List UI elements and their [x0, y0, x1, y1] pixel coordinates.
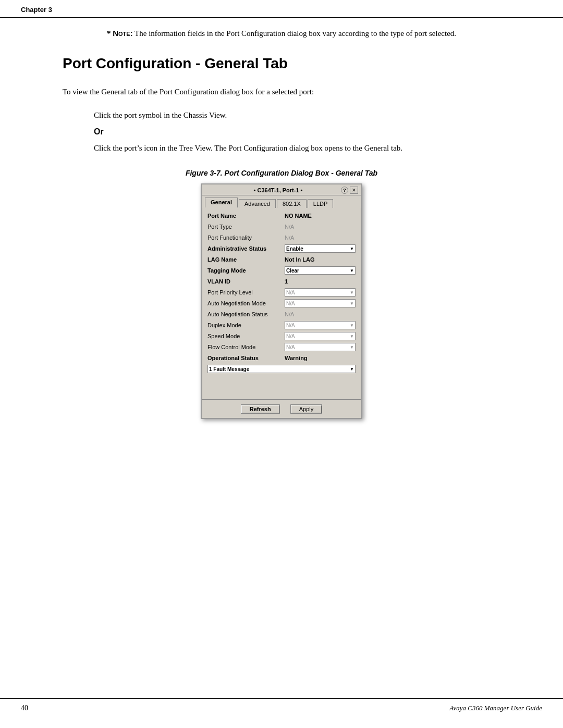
speed-mode-select-wrapper: N/A ▼	[285, 332, 356, 340]
or-label: Or	[94, 127, 500, 137]
field-row-tagging-mode: Tagging Mode Clear ▼	[207, 266, 356, 275]
label-operational-status: Operational Status	[207, 355, 285, 361]
field-row-port-type: Port Type N/A	[207, 222, 356, 231]
auto-neg-mode-value: N/A	[286, 301, 295, 306]
content-spacer	[207, 375, 356, 396]
flow-control-arrow: ▼	[350, 345, 354, 350]
label-auto-neg-status: Auto Negotiation Status	[207, 311, 285, 317]
content-area: Port Configuration - General Tab To view…	[0, 45, 563, 471]
dialog-box: • C364T-1, Port-1 • ? ✕ General Advanced…	[201, 183, 362, 419]
note-section: * Note: The information fields in the Po…	[0, 18, 563, 45]
field-row-flow-control: Flow Control Mode N/A ▼	[207, 342, 356, 352]
step1-text: Click the port symbol in the Chassis Vie…	[94, 109, 500, 122]
port-priority-arrow: ▼	[350, 290, 354, 295]
auto-neg-mode-select[interactable]: N/A ▼	[285, 299, 356, 307]
dialog-wrapper: • C364T-1, Port-1 • ? ✕ General Advanced…	[63, 183, 500, 419]
duplex-mode-select-wrapper: N/A ▼	[285, 321, 356, 329]
page-footer: 40 Avaya C360 Manager User Guide	[0, 698, 563, 712]
label-port-name: Port Name	[207, 213, 285, 219]
tab-8021x[interactable]: 802.1X	[277, 199, 307, 208]
admin-status-select-wrapper: Enable ▼	[285, 244, 356, 253]
field-row-port-priority: Port Priority Level N/A ▼	[207, 288, 356, 297]
label-port-functionality: Port Functionality	[207, 235, 285, 241]
intro-paragraph: To view the General tab of the Port Conf…	[63, 85, 500, 98]
speed-mode-arrow: ▼	[350, 334, 354, 339]
field-row-operational-status: Operational Status Warning	[207, 353, 356, 363]
value-auto-neg-status: N/A	[285, 311, 356, 317]
fault-message-arrow: ▼	[350, 367, 354, 372]
label-flow-control: Flow Control Mode	[207, 344, 285, 350]
label-speed-mode: Speed Mode	[207, 333, 285, 339]
field-row-auto-neg-mode: Auto Negotiation Mode N/A ▼	[207, 299, 356, 308]
field-row-vlan-id: VLAN ID 1	[207, 277, 356, 286]
port-priority-select[interactable]: N/A ▼	[285, 288, 356, 297]
tab-advanced[interactable]: Advanced	[239, 199, 276, 208]
field-row-port-functionality: Port Functionality N/A	[207, 233, 356, 242]
note-text: The information fields in the Port Confi…	[133, 29, 456, 38]
dialog-buttons: Refresh Apply	[202, 400, 361, 418]
duplex-mode-value: N/A	[286, 323, 295, 328]
label-vlan-id: VLAN ID	[207, 278, 285, 285]
tagging-mode-arrow: ▼	[350, 268, 354, 273]
admin-status-value: Enable	[286, 246, 303, 252]
auto-neg-mode-select-wrapper: N/A ▼	[285, 299, 356, 307]
note-star: *	[107, 29, 113, 38]
dialog-tabs: General Advanced 802.1X LLDP	[202, 195, 361, 208]
speed-mode-value: N/A	[286, 334, 295, 339]
value-port-name: NO NAME	[285, 213, 356, 219]
tagging-mode-value: Clear	[286, 268, 299, 274]
tab-general[interactable]: General	[205, 198, 238, 208]
page-number: 40	[21, 704, 28, 712]
field-row-lag-name: LAG Name Not In LAG	[207, 255, 356, 264]
speed-mode-select[interactable]: N/A ▼	[285, 332, 356, 340]
dialog-title-bar: • C364T-1, Port-1 • ? ✕	[202, 184, 361, 195]
field-row-auto-neg-status: Auto Negotiation Status N/A	[207, 310, 356, 319]
help-icon[interactable]: ?	[341, 187, 348, 194]
dialog-content: Port Name NO NAME Port Type N/A Port Fun…	[202, 208, 361, 400]
field-row-admin-status: Administrative Status Enable ▼	[207, 244, 356, 253]
page-title: Port Configuration - General Tab	[63, 55, 500, 72]
label-lag-name: LAG Name	[207, 256, 285, 263]
value-port-type: N/A	[285, 224, 356, 230]
fault-message-label: 1 Fault Message	[209, 366, 249, 372]
fault-message-select-wrapper: 1 Fault Message ▼	[207, 365, 356, 373]
port-priority-select-wrapper: N/A ▼	[285, 288, 356, 297]
page-container: Chapter 3 * Note: The information fields…	[0, 0, 563, 728]
port-priority-value: N/A	[286, 290, 295, 295]
value-operational-status: Warning	[285, 355, 356, 361]
apply-button[interactable]: Apply	[290, 404, 323, 414]
field-row-duplex-mode: Duplex Mode N/A ▼	[207, 320, 356, 330]
field-row-fault-message: 1 Fault Message ▼	[207, 364, 356, 374]
label-port-type: Port Type	[207, 224, 285, 230]
flow-control-value: N/A	[286, 344, 295, 350]
label-admin-status: Administrative Status	[207, 245, 285, 252]
close-button[interactable]: ✕	[350, 187, 358, 194]
label-port-priority: Port Priority Level	[207, 289, 285, 295]
auto-neg-mode-arrow: ▼	[350, 301, 354, 306]
label-auto-neg-mode: Auto Negotiation Mode	[207, 300, 285, 306]
dialog-title: • C364T-1, Port-1 •	[215, 187, 341, 193]
tagging-mode-select[interactable]: Clear ▼	[285, 266, 356, 275]
value-port-functionality: N/A	[285, 235, 356, 241]
field-row-speed-mode: Speed Mode N/A ▼	[207, 331, 356, 341]
value-vlan-id: 1	[285, 278, 356, 285]
title-icons: ? ✕	[341, 187, 358, 194]
flow-control-select-wrapper: N/A ▼	[285, 343, 356, 351]
figure-caption: Figure 3-7. Port Configuration Dialog Bo…	[63, 169, 500, 177]
refresh-button[interactable]: Refresh	[241, 404, 280, 414]
label-duplex-mode: Duplex Mode	[207, 322, 285, 328]
admin-status-arrow: ▼	[350, 246, 354, 251]
duplex-mode-arrow: ▼	[350, 323, 354, 328]
document-title: Avaya C360 Manager User Guide	[449, 704, 542, 712]
label-tagging-mode: Tagging Mode	[207, 267, 285, 274]
value-lag-name: Not In LAG	[285, 256, 356, 263]
duplex-mode-select[interactable]: N/A ▼	[285, 321, 356, 329]
fault-message-select[interactable]: 1 Fault Message ▼	[207, 365, 356, 373]
admin-status-select[interactable]: Enable ▼	[285, 244, 356, 253]
tab-lldp[interactable]: LLDP	[308, 199, 334, 208]
step2-text: Click the port’s icon in the Tree View. …	[94, 142, 500, 155]
note-label: Note:	[113, 29, 132, 38]
chapter-label: Chapter 3	[21, 6, 52, 14]
flow-control-select[interactable]: N/A ▼	[285, 343, 356, 351]
field-row-port-name: Port Name NO NAME	[207, 211, 356, 220]
